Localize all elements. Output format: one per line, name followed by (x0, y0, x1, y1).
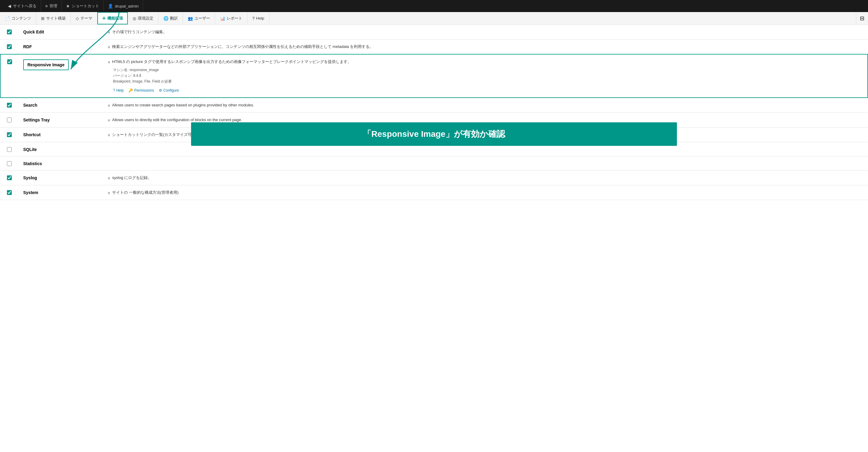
sqlite-checkbox[interactable] (7, 147, 12, 152)
star-icon: ★ (66, 4, 70, 8)
responsive-image-details: マシン名: responsive_image バージョン: 9.4.8 Brea… (107, 67, 863, 85)
responsive-image-configure-link[interactable]: ⚙ Configure (159, 88, 179, 93)
quick-edit-expand-icon[interactable]: ∨ (107, 30, 110, 35)
back-arrow-icon: ◀ (8, 4, 11, 8)
responsive-image-machine-name: マシン名: responsive_image (113, 67, 863, 73)
shortcuts-button[interactable]: ★ ショートカット (62, 0, 104, 12)
sqlite-checkbox-cell (0, 142, 19, 156)
rdf-desc: ∨ 検索エンジンやアグリゲーターなどの外部アプリケーションに、コンテンツの相互関… (103, 39, 868, 55)
shortcut-checkbox[interactable] (7, 132, 12, 137)
nav-structure[interactable]: ⊞ サイト構築 (36, 12, 71, 24)
syslog-name: Syslog (19, 170, 103, 185)
nav-extend[interactable]: ✛ 機能拡張 (97, 12, 128, 24)
quick-edit-name: Quick Edit (19, 25, 103, 39)
back-to-site-button[interactable]: ◀ サイトへ戻る (4, 0, 41, 12)
nav-config[interactable]: ◎ 環境設定 (128, 12, 158, 24)
responsive-image-permissions-link[interactable]: 🔑 Permissions (128, 88, 154, 93)
responsive-image-version: バージョン: 9.4.8 (113, 73, 863, 79)
back-to-site-label: サイトへ戻る (13, 3, 36, 9)
settings-tray-checkbox-cell (0, 112, 19, 127)
nav-right-panel: ⊟ (856, 12, 868, 24)
system-name: System (19, 185, 103, 200)
extend-icon: ✛ (102, 16, 106, 21)
translation-icon: 🌐 (163, 16, 168, 21)
sqlite-name: SQLite (19, 142, 103, 156)
search-expand-icon[interactable]: ∨ (107, 103, 110, 108)
nav-config-label: 環境設定 (138, 16, 153, 21)
statistics-checkbox[interactable] (7, 161, 12, 166)
shortcuts-label: ショートカット (72, 3, 99, 9)
responsive-image-highlighted-box: Responsive Image (23, 59, 69, 70)
main-content: Quick Edit ∨ その場で行うコンテンツ編集。 (0, 25, 868, 200)
rdf-checkbox[interactable] (7, 44, 12, 49)
manage-button[interactable]: ≡ 管理 (41, 0, 62, 12)
nav-reports[interactable]: 📊 レポート (215, 12, 247, 24)
quick-edit-checkbox[interactable] (7, 30, 12, 34)
system-desc: ∨ サイトの 一般的な構成方法(管理者用) (103, 185, 868, 200)
overlay-banner: 「Responsive Image」が有効か確認 (191, 122, 677, 146)
rdf-expand-icon[interactable]: ∨ (107, 44, 110, 50)
content-icon: 📄 (5, 16, 10, 21)
system-expand-icon[interactable]: ∨ (107, 190, 110, 196)
responsive-image-requires: Breakpoint, Image, File, Field が必要 (113, 79, 863, 85)
search-checkbox[interactable] (7, 103, 12, 107)
module-row-search: Search ∨ Allows users to create search p… (0, 98, 868, 113)
nav-content[interactable]: 📄 コンテンツ (0, 12, 36, 24)
help-action-icon: ? (113, 88, 115, 93)
system-checkbox[interactable] (7, 190, 12, 195)
structure-icon: ⊞ (41, 16, 44, 21)
responsive-image-actions: ? Help 🔑 Permissions ⚙ Configure (107, 88, 863, 93)
responsive-image-help-link[interactable]: ? Help (113, 88, 124, 93)
nav-appearance-label: テーマ (81, 16, 92, 21)
appearance-icon: ◇ (76, 16, 79, 21)
nav-help[interactable]: ? Help (247, 12, 270, 24)
responsive-image-checkbox[interactable] (7, 59, 12, 64)
module-row-responsive-image: Responsive Image ∧ HTML5 の picture タグで使用… (0, 54, 868, 98)
menu-icon: ≡ (45, 4, 48, 8)
responsive-image-name-cell: Responsive Image (19, 54, 103, 98)
help-nav-icon: ? (252, 16, 255, 21)
search-name: Search (19, 98, 103, 113)
reports-icon: 📊 (220, 16, 225, 21)
user-icon: 👤 (108, 4, 113, 8)
responsive-image-desc: HTML5 の picture タグで使用するレスポンシブ画像を出力するための画… (112, 59, 351, 65)
nav-people[interactable]: 👥 ユーザー (183, 12, 215, 24)
nav-content-label: コンテンツ (11, 16, 31, 21)
search-checkbox-cell (0, 98, 19, 113)
module-row-system: System ∨ サイトの 一般的な構成方法(管理者用) (0, 185, 868, 200)
settings-tray-checkbox[interactable] (7, 118, 12, 122)
syslog-checkbox[interactable] (7, 175, 12, 180)
nav-translation-label: 翻訳 (170, 16, 178, 21)
statistics-checkbox-cell (0, 156, 19, 170)
rdf-name: RDF (19, 39, 103, 55)
responsive-image-name-label: Responsive Image (27, 62, 64, 67)
permissions-action-icon: 🔑 (128, 88, 133, 93)
nav-bar: 📄 コンテンツ ⊞ サイト構築 ◇ テーマ ✛ 機能拡張 ◎ 環境設定 🌐 翻訳… (0, 12, 868, 25)
configure-action-icon: ⚙ (159, 88, 162, 93)
responsive-image-checkbox-cell (0, 54, 19, 98)
manage-label: 管理 (50, 3, 57, 9)
shortcut-checkbox-cell (0, 127, 19, 142)
user-button[interactable]: 👤 drupal_admin (104, 0, 143, 12)
shortcut-name: Shortcut (19, 127, 103, 142)
config-icon: ◎ (133, 16, 136, 21)
rdf-checkbox-cell (0, 39, 19, 55)
admin-toolbar: ◀ サイトへ戻る ≡ 管理 ★ ショートカット 👤 drupal_admin (0, 0, 868, 12)
nav-right-icon: ⊟ (860, 15, 864, 22)
nav-extend-label: 機能拡張 (107, 16, 123, 21)
nav-translation[interactable]: 🌐 翻訳 (158, 12, 183, 24)
nav-reports-label: レポート (227, 16, 242, 21)
quick-edit-checkbox-cell (0, 25, 19, 39)
search-desc: ∨ Allows users to create search pages ba… (103, 98, 868, 113)
system-checkbox-cell (0, 185, 19, 200)
nav-appearance[interactable]: ◇ テーマ (71, 12, 97, 24)
responsive-image-expand-icon[interactable]: ∧ (107, 59, 110, 65)
syslog-checkbox-cell (0, 170, 19, 185)
responsive-image-desc-cell: ∧ HTML5 の picture タグで使用するレスポンシブ画像を出力するため… (103, 54, 868, 98)
syslog-expand-icon[interactable]: ∨ (107, 175, 110, 181)
settings-tray-expand-icon[interactable]: ∨ (107, 118, 110, 123)
shortcut-expand-icon[interactable]: ∨ (107, 132, 110, 138)
syslog-desc: ∨ syslog にログを記録。 (103, 170, 868, 185)
statistics-name: Statistics (19, 156, 103, 170)
settings-tray-name: Settings Tray (19, 112, 103, 127)
